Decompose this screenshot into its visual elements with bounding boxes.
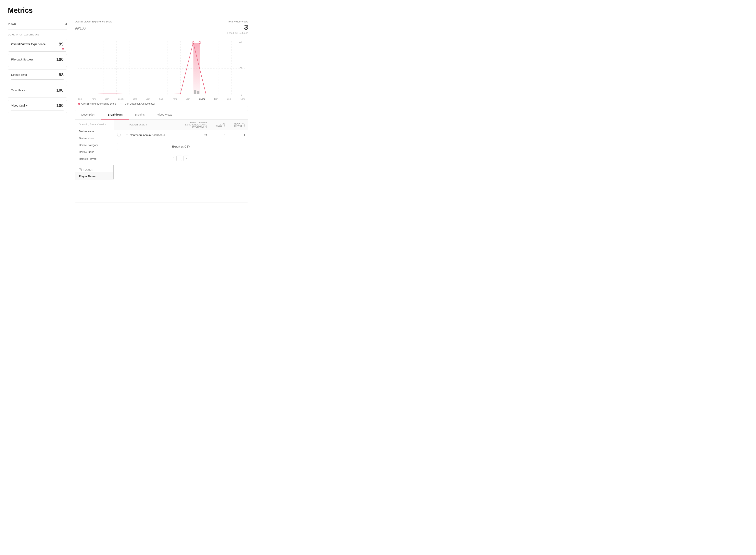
x-label-11am: 11am	[199, 98, 205, 100]
metric-name-startup: Startup Time	[11, 73, 27, 76]
scrollbar-handle[interactable]	[113, 165, 114, 179]
td-playername: ⊤ Contentful Admin Dashboard	[124, 130, 177, 140]
metric-name-smoothness: Smoothness	[11, 89, 27, 92]
sort-icon-impact: ⇅	[243, 125, 245, 127]
player-name-item[interactable]: Player Name	[75, 172, 114, 180]
dropdown-item-devicename[interactable]: Device Name	[75, 128, 114, 135]
metric-score-overall: 99	[59, 42, 63, 47]
x-label-9pm: 9pm	[105, 98, 109, 100]
svg-marker-19	[80, 169, 81, 170]
table-header-row: ⊤ PLAYER NAME ⇅ OVERALL VIEWEREXPERIENCE…	[115, 120, 248, 130]
metric-card-videoquality[interactable]: Video Quality 100	[8, 100, 67, 113]
td-score: 99	[177, 130, 210, 140]
filter-icon: ⊤	[126, 124, 128, 126]
player-section-label: PLAYER	[75, 166, 114, 172]
breakdown-main: ⊤ PLAYER NAME ⇅ OVERALL VIEWEREXPERIENCE…	[115, 120, 248, 202]
table-head: ⊤ PLAYER NAME ⇅ OVERALL VIEWEREXPERIENCE…	[115, 120, 248, 130]
views-value: 3	[65, 22, 67, 26]
metric-card-smoothness[interactable]: Smoothness 100	[8, 85, 67, 98]
metric-header-startup: Startup Time 98	[11, 72, 63, 77]
legend-label-avg: Mux Customer Avg (90 days)	[125, 102, 155, 105]
dropdown-item-devicemodel[interactable]: Device Model	[75, 135, 114, 142]
legend-label-score: Overall Viewer Experience Score	[81, 102, 116, 105]
total-views-value: 3	[227, 24, 248, 31]
right-content: Overall Viewer Experience Score 99/100 T…	[75, 20, 248, 203]
x-label-1am: 1am	[133, 98, 137, 100]
x-label-11pm: 11pm	[118, 98, 124, 100]
x-label-7pm: 7pm	[92, 98, 96, 100]
next-page-button[interactable]: ›	[183, 156, 189, 161]
dropdown-item-devicebrand[interactable]: Device Brand	[75, 148, 114, 156]
page-title: Metrics	[8, 6, 248, 14]
breakdown-layout: Operating System Version Device Name Dev…	[75, 120, 248, 202]
chart-area: 100 50 0	[78, 41, 245, 96]
metric-name-overall: Overall Viewer Experience	[11, 43, 46, 46]
score-line	[78, 43, 245, 94]
dropdown-item-remoteplayed[interactable]: Remote Played	[75, 156, 114, 162]
views-label: Views	[8, 22, 16, 26]
tabs-section: Description Breakdown Insights Video Vie…	[75, 110, 248, 203]
row-select-checkbox[interactable]	[117, 133, 121, 136]
metric-line-playback	[11, 64, 63, 65]
x-label-9am: 9am	[186, 98, 190, 100]
svg-text:50: 50	[240, 67, 242, 70]
chart-legend: Overall Viewer Experience Score Mux Cust…	[78, 101, 245, 105]
metric-score-smoothness: 100	[56, 88, 63, 93]
x-label-5pm: 5pm	[78, 98, 82, 100]
x-label-3am: 3am	[146, 98, 150, 100]
table-row: ⊤ Contentful Admin Dashboard 99 3 1	[115, 130, 248, 140]
metric-line-overall	[11, 49, 63, 49]
left-sidebar: Views 3 QUALITY OF EXPERIENCE Overall Vi…	[8, 20, 67, 203]
score-right: Total Video Views 3 Ended last 24 hours	[227, 20, 248, 35]
dropdown-list: Operating System Version Device Name Dev…	[75, 120, 114, 164]
metric-card-playback[interactable]: Playback Success 100	[8, 54, 67, 67]
dropdown-item-osversion[interactable]: Operating System Version	[75, 121, 114, 128]
export-csv-button[interactable]: Export as CSV	[117, 143, 245, 150]
tabs-header: Description Breakdown Insights Video Vie…	[75, 110, 248, 120]
tab-insights[interactable]: Insights	[129, 110, 151, 120]
sort-icon-name: ⇅	[146, 124, 148, 126]
prev-page-button[interactable]: ‹	[176, 156, 182, 161]
table-body: ⊤ Contentful Admin Dashboard 99 3 1	[115, 130, 248, 140]
tab-description[interactable]: Description	[75, 110, 101, 120]
legend-item-score: Overall Viewer Experience Score	[78, 102, 116, 105]
sort-icon-score: ⇅	[205, 126, 207, 128]
dropdown-divider	[75, 165, 114, 166]
score-suffix: /100	[79, 27, 86, 30]
qoe-section: QUALITY OF EXPERIENCE Overall Viewer Exp…	[8, 34, 67, 113]
tab-videoviews[interactable]: Video Views	[151, 110, 179, 120]
data-table: ⊤ PLAYER NAME ⇅ OVERALL VIEWEREXPERIENCE…	[115, 120, 248, 140]
th-playername[interactable]: ⊤ PLAYER NAME ⇅	[124, 120, 177, 130]
dropdown-item-devicecategory[interactable]: Device Category	[75, 142, 114, 148]
metric-header-overall: Overall Viewer Experience 99	[11, 42, 63, 47]
th-select	[115, 120, 124, 130]
td-views: 3	[210, 130, 228, 140]
metric-score-playback: 100	[56, 57, 63, 62]
metric-card-overall[interactable]: Overall Viewer Experience 99	[8, 39, 67, 52]
metric-score-startup: 98	[59, 72, 63, 77]
x-axis-labels: 5pm 7pm 9pm 11pm 1am 3am 5am 7am 9am 11a…	[78, 98, 245, 101]
score-label: Overall Viewer Experience Score	[75, 20, 113, 23]
tab-breakdown[interactable]: Breakdown	[101, 110, 129, 120]
metric-header-videoquality: Video Quality 100	[11, 103, 63, 108]
metric-line-videoquality	[11, 110, 63, 111]
sort-icon-views: ⇅	[224, 125, 225, 127]
metric-card-startup[interactable]: Startup Time 98	[8, 69, 67, 82]
player-section-text: PLAYER	[83, 169, 93, 171]
x-label-7am: 7am	[173, 98, 177, 100]
x-label-5pm-end: 5pm	[240, 98, 245, 100]
metric-name-playback: Playback Success	[11, 58, 34, 61]
legend-item-avg: Mux Customer Avg (90 days)	[120, 102, 155, 105]
views-bar-1	[194, 90, 196, 94]
metric-header-playback: Playback Success 100	[11, 57, 63, 62]
player-section-icon	[79, 168, 82, 171]
th-views[interactable]: TOTALVIEWS ⇅	[210, 120, 228, 130]
th-score[interactable]: OVERALL VIEWEREXPERIENCE SCORE(AVERAGE) …	[177, 120, 210, 130]
chart-svg: 100 50 0	[78, 41, 245, 96]
td-select[interactable]	[115, 130, 124, 140]
page-container: Metrics Views 3 QUALITY OF EXPERIENCE Ov…	[0, 0, 256, 209]
th-impact[interactable]: NEGATIVEIMPACT ⇅	[228, 120, 248, 130]
breakdown-sidebar: Operating System Version Device Name Dev…	[75, 120, 115, 202]
views-bar-2	[197, 91, 199, 94]
col-player: ⊤ Contentful Admin Dashboard	[126, 133, 174, 137]
